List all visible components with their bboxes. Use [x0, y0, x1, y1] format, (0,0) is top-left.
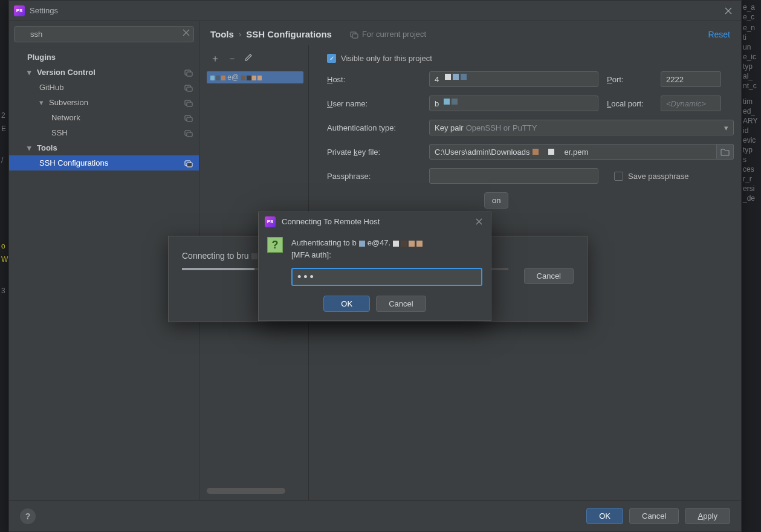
cancel-button[interactable]: Cancel	[629, 508, 679, 524]
app-icon: PS	[14, 5, 25, 16]
clear-search-button[interactable]	[183, 29, 190, 36]
chevron-down-icon: ▾	[39, 98, 47, 107]
reset-link[interactable]: Reset	[708, 30, 730, 39]
privatekey-label: Private key file:	[327, 148, 421, 157]
tree-item-plugins[interactable]: Plugins	[9, 50, 199, 65]
remove-button[interactable]: －	[227, 53, 237, 65]
chevron-down-icon: ▾	[27, 68, 34, 77]
chevron-down-icon: ▾	[724, 123, 728, 132]
folder-icon	[721, 148, 730, 156]
clipped-button[interactable]: on	[484, 192, 508, 209]
list-toolbar: ＋ －	[207, 50, 308, 71]
progress-cancel-button[interactable]: Cancel	[524, 268, 574, 284]
save-passphrase-checkbox[interactable]	[614, 172, 623, 181]
horizontal-scrollbar[interactable]	[207, 488, 285, 494]
close-icon	[725, 7, 732, 15]
port-input[interactable]	[661, 71, 721, 87]
mfa-code-input[interactable]	[291, 268, 482, 286]
project-scope-icon	[350, 30, 358, 39]
authtype-label: Authentication type:	[327, 123, 421, 132]
localport-input[interactable]	[661, 96, 721, 111]
ok-button[interactable]: OK	[586, 508, 623, 524]
tree-item-version-control[interactable]: ▾ Version Control	[9, 65, 199, 80]
window-title: Settings	[30, 6, 721, 15]
svg-rect-14	[352, 34, 358, 38]
visible-only-label: Visible only for this project	[341, 54, 432, 63]
tree-item-ssh[interactable]: SSH	[9, 125, 199, 140]
tree-item-ssh-configurations[interactable]: SSH Configurations	[9, 155, 199, 170]
tree-item-network[interactable]: Network	[9, 110, 199, 125]
app-icon: PS	[265, 216, 276, 227]
project-scope-icon	[184, 83, 193, 92]
project-scope-icon	[184, 99, 193, 107]
auth-message: Authenticating to be@47. [MFA auth]:	[291, 237, 425, 261]
auth-ok-button[interactable]: OK	[323, 296, 370, 312]
dialog-footer: ? OK Cancel Apply	[9, 500, 741, 531]
add-button[interactable]: ＋	[210, 53, 220, 65]
project-scope-icon	[184, 129, 193, 137]
svg-rect-4	[187, 87, 192, 91]
chevron-down-icon: ▾	[27, 143, 34, 152]
close-icon	[476, 218, 482, 225]
port-label: Port:	[607, 75, 652, 84]
project-scope-icon	[184, 159, 193, 167]
project-scope-icon	[184, 114, 193, 122]
titlebar: PS Settings	[9, 1, 741, 21]
privatekey-input[interactable]: C:\Users\admin\Downloads er.pem	[429, 144, 717, 160]
editor-right-strip: e_ae_ce_ntiune_ictypal_nt_ctimed_ARYidev…	[742, 0, 761, 532]
config-list-item[interactable]: e@	[207, 71, 303, 83]
save-passphrase-label: Save passphrase	[628, 172, 688, 181]
auth-title-text: Connecting To Remote Host	[282, 217, 473, 226]
svg-rect-2	[187, 72, 192, 76]
username-label: User name:	[327, 99, 421, 108]
passphrase-input[interactable]	[429, 168, 598, 184]
svg-rect-10	[187, 132, 192, 137]
window-close-button[interactable]	[721, 3, 736, 19]
tree-item-github[interactable]: GitHub	[9, 80, 199, 95]
editor-left-gutter: 2E / oW 3	[0, 109, 9, 297]
visible-only-checkbox[interactable]: ✓	[327, 54, 336, 63]
host-label: Host:	[327, 75, 421, 84]
crumb-tools[interactable]: Tools	[210, 29, 234, 39]
svg-rect-6	[187, 102, 192, 106]
authtype-select[interactable]: Key pair OpenSSH or PuTTY ▾	[429, 120, 734, 135]
svg-rect-8	[187, 117, 192, 122]
breadcrumb: Tools › SSH Configurations For current p…	[199, 21, 741, 45]
search-input[interactable]	[14, 26, 194, 42]
localport-label: Local port:	[607, 99, 652, 108]
apply-button[interactable]: Apply	[685, 508, 730, 524]
auth-cancel-button[interactable]: Cancel	[376, 296, 426, 312]
auth-titlebar: PS Connecting To Remote Host	[259, 212, 491, 231]
edit-button[interactable]	[244, 53, 253, 65]
mfa-auth-dialog: PS Connecting To Remote Host ? Authentic…	[258, 212, 491, 321]
for-current-project-label: For current project	[350, 30, 426, 39]
question-icon: ?	[267, 237, 283, 253]
passphrase-label: Passphrase:	[327, 172, 421, 181]
project-scope-icon	[184, 68, 193, 77]
browse-button[interactable]	[717, 144, 734, 160]
tree-item-tools[interactable]: ▾ Tools	[9, 140, 199, 155]
svg-rect-12	[187, 163, 192, 167]
auth-close-button[interactable]	[473, 216, 485, 227]
help-button[interactable]: ?	[20, 508, 36, 524]
crumb-ssh-configs: SSH Configurations	[246, 29, 332, 39]
tree-item-subversion[interactable]: ▾ Subversion	[9, 95, 199, 110]
